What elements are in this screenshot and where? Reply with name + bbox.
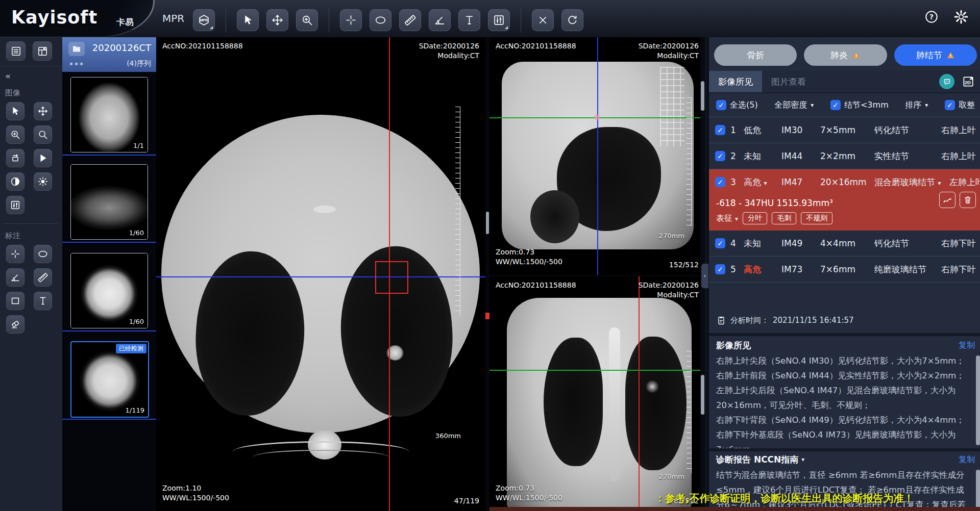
layout-button[interactable] [33, 41, 52, 61]
ruler-tool-button[interactable] [34, 268, 52, 287]
crosshair-vertical[interactable] [597, 37, 598, 275]
zoom-in-tool-button[interactable] [6, 125, 24, 144]
viewport-coronal[interactable]: AccNO:202101158888 SDate:20200126 Modali… [489, 276, 705, 511]
angle-tool-button[interactable] [429, 9, 451, 31]
series-thumbnail[interactable]: 1/60 [70, 253, 148, 328]
crosshair-horizontal[interactable] [489, 370, 705, 371]
rectangle-tool-button[interactable] [6, 292, 24, 310]
reset-tool-button[interactable] [561, 9, 583, 31]
rotate-tool-button[interactable] [6, 149, 24, 167]
nodule-checkbox[interactable]: ✓ [715, 238, 725, 248]
nodule-size: 7×6mm [820, 264, 874, 274]
disease-tab-肺结节[interactable]: 肺结节 [894, 44, 977, 66]
brightness-tool-button[interactable] [34, 172, 52, 191]
delete-nodule-button[interactable] [960, 192, 976, 208]
nodule-row[interactable]: ✓2未知IM442×2mm实性结节右肺上叶 [709, 143, 980, 169]
collapse-strip-button[interactable]: « [0, 66, 62, 81]
sort-dropdown[interactable]: 排序 ▾ [905, 100, 928, 111]
nodule-checkbox[interactable]: ✓ [715, 125, 725, 135]
nodule-roi-box[interactable] [375, 261, 408, 294]
view-tab-图片查看[interactable]: 图片查看 [762, 71, 815, 92]
text-tool-button[interactable] [458, 9, 480, 31]
nodule-row[interactable]: ✓4未知IM494×4mm钙化结节右肺下叶 [709, 231, 980, 257]
disease-tab-骨折[interactable]: 骨折 [714, 44, 797, 66]
round-checkbox[interactable]: ✓ [945, 100, 955, 110]
open-study-button[interactable] [68, 42, 85, 56]
mpr-tool-button[interactable]: MPR [193, 9, 215, 31]
nodule-marker [593, 113, 601, 121]
window-level-tool-button[interactable] [6, 196, 24, 214]
nodule-row-expanded[interactable]: ✓3高危 ▾IM4720×16mm混合磨玻璃结节 ▾左肺上叶 ▾-618 - 3… [709, 169, 980, 231]
small-nodule-filter[interactable]: ✓ 结节<3mm [830, 100, 889, 111]
nodule-hu-volume: -618 - 347HU 1515.93mm³ [716, 196, 976, 210]
trash-icon [963, 195, 973, 205]
invert-tool-button[interactable] [6, 172, 24, 191]
report-chat-button[interactable] [939, 74, 954, 89]
series-thumbnail[interactable]: 已经检测1/119 [70, 341, 149, 418]
round-filter[interactable]: ✓ 取整 [945, 100, 975, 111]
view-tab-影像所见[interactable]: 影像所见 [709, 71, 762, 92]
pointer-tool-button[interactable] [6, 102, 24, 120]
settings-button[interactable] [953, 9, 969, 24]
panel-collapse-tab[interactable]: ‹ [701, 264, 708, 288]
crosshair-horizontal[interactable] [156, 276, 485, 277]
view-2d-button[interactable]: 2D [961, 74, 976, 89]
trait-tag[interactable]: 分叶 [743, 212, 767, 224]
pointer-tool-button[interactable] [237, 9, 259, 31]
nodule-row[interactable]: ✓5高危IM737×6mm纯磨玻璃结节右肺下叶 [709, 257, 980, 283]
findings-scrollbar-thumb[interactable] [976, 355, 980, 445]
select-all-filter[interactable]: ✓ 全选(5) [716, 100, 758, 111]
chevron-down-icon[interactable]: ▾ [801, 456, 804, 463]
series-list-button[interactable] [6, 41, 26, 61]
pan-tool-button[interactable] [266, 9, 288, 31]
copy-findings-link[interactable]: 复制 [959, 340, 975, 351]
series-count: (4)序列 [127, 59, 151, 68]
series-thumbnail[interactable]: 1/60 [70, 164, 148, 240]
nodule-checkbox[interactable]: ✓ [715, 177, 725, 187]
traits-dropdown[interactable]: 表征 ▾ [716, 213, 738, 224]
density-dropdown[interactable]: 全部密度 ▾ [774, 100, 814, 111]
copy-report-link[interactable]: 复制 [959, 454, 975, 465]
measure-ruler [455, 107, 460, 316]
crosshair-tool-button[interactable] [6, 245, 24, 263]
series-thumbnail[interactable]: 1/1 [70, 77, 148, 152]
left-tool-strip: « 图像标注 [0, 37, 63, 511]
warning-slot [946, 51, 955, 60]
report-scrollbar-thumb[interactable] [976, 470, 980, 509]
small-nodule-checkbox[interactable]: ✓ [830, 100, 841, 110]
window-level-tool-button[interactable] [488, 9, 510, 31]
pan-tool-button[interactable] [34, 102, 52, 120]
crosshair-vertical[interactable] [639, 276, 640, 511]
help-button[interactable]: ? [924, 9, 939, 24]
crosshair-tool-button[interactable] [340, 9, 362, 31]
ellipse-tool-button[interactable] [370, 9, 391, 31]
nodule-number: 2 [730, 151, 744, 161]
ellipse-tool-button[interactable] [34, 245, 52, 263]
trait-tag[interactable]: 毛刺 [772, 212, 796, 224]
ruler-tool-button[interactable] [399, 9, 421, 31]
viewport-axial[interactable]: AccNO:202101158888 SDate:20200126 Modali… [156, 37, 485, 511]
nodule-checkbox[interactable]: ✓ [715, 264, 725, 274]
flag-tool-button[interactable] [34, 149, 52, 167]
trait-tag[interactable]: 不规则 [801, 212, 832, 224]
select-all-checkbox[interactable]: ✓ [716, 100, 726, 110]
segmentation-button[interactable] [939, 192, 955, 208]
text-tool-button[interactable] [34, 292, 52, 310]
nodule-size: 7×5mm [820, 125, 874, 135]
nodule-risk: 低危 [744, 124, 781, 136]
viewport-sagittal[interactable]: AccNO:202101158888 SDate:20200126 Modali… [489, 37, 705, 275]
zoom-in-tool-button[interactable] [296, 9, 318, 31]
nodule-checkbox[interactable]: ✓ [715, 151, 725, 161]
rotate-icon [10, 152, 21, 164]
zoom-level: Zoom:1.10 [162, 483, 229, 493]
scrollbar-thumb[interactable] [701, 375, 704, 415]
delete-tool-button[interactable] [532, 9, 554, 31]
divider-drag-handle[interactable] [486, 212, 489, 234]
eraser-tool-button[interactable] [6, 315, 24, 334]
nodule-row[interactable]: ✓3高危 ▾IM4720×16mm混合磨玻璃结节 ▾左肺上叶 ▾ [709, 169, 980, 195]
angle-tool-button[interactable] [6, 268, 24, 287]
scrollbar-thumb[interactable] [701, 81, 704, 111]
disease-tab-肺炎[interactable]: 肺炎 [804, 44, 887, 66]
magnify-tool-button[interactable] [34, 125, 52, 144]
nodule-row[interactable]: ✓1低危IM307×5mm钙化结节右肺上叶 [709, 117, 980, 143]
